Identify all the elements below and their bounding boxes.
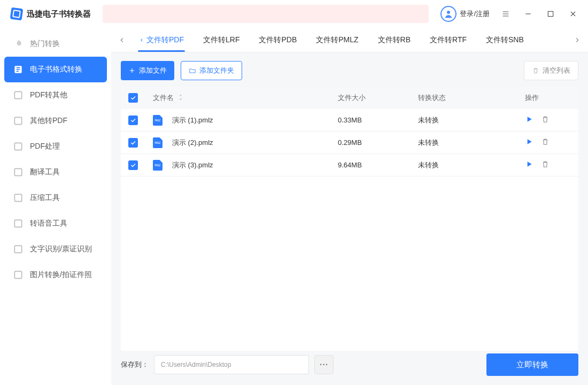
tab-to-rtf[interactable]: 文件转RTF [420,28,476,52]
tab-label: 文件转RTF [430,35,467,45]
sidebar-item-to-pdf[interactable]: 其他转PDF [0,108,111,134]
avatar-icon[interactable] [440,6,457,22]
svg-rect-10 [14,271,21,278]
select-all-checkbox[interactable] [128,93,138,103]
chevron-left-icon [139,36,144,44]
file-name: 演示 (3).pmlz [172,160,213,170]
file-icon: PMLZ [153,160,163,171]
sidebar-item-compress[interactable]: 压缩工具 [0,185,111,211]
file-icon: PMLZ [153,137,163,148]
column-header-status: 转换状态 [418,93,525,103]
sidebar-item-translate[interactable]: 翻译工具 [0,159,111,185]
sidebar-item-hot[interactable]: 热门转换 [0,31,111,57]
tab-to-rb[interactable]: 文件转RB [368,28,420,52]
sidebar-item-label: PDF处理 [30,142,60,151]
button-label: 添加文件 [139,66,167,75]
login-link[interactable]: 登录/注册 [460,9,490,19]
add-folder-button[interactable]: 添加文件夹 [181,61,242,80]
app-logo [10,7,24,21]
sidebar-item-pdf-process[interactable]: PDF处理 [0,134,111,159]
sidebar-item-label: 转语音工具 [30,219,67,228]
sidebar-item-label: 其他转PDF [30,116,67,126]
table-row: PMLZ演示 (2).pmlz 0.29MB 未转换 [121,132,578,154]
tab-to-snb[interactable]: 文件转SNB [476,28,533,52]
tabs-scroll-left[interactable] [114,33,129,48]
button-label: 清空列表 [543,66,570,75]
sidebar-item-label: 压缩工具 [30,193,60,203]
delete-row-button[interactable] [541,137,550,148]
save-to-label: 保存到： [121,360,149,369]
sidebar-item-tts[interactable]: 转语音工具 [0,211,111,236]
pdf-tools-icon [13,141,24,152]
sidebar-item-label: 文字识别/票证识别 [30,244,92,254]
tab-label: 文件转LRF [203,35,239,45]
sidebar: 热门转换 电子书格式转换 PDF转其他 其他转PDF PDF处理 翻译工具 压缩… [0,28,111,385]
table-row: PMLZ演示 (3).pmlz 9.64MB 未转换 [121,154,578,176]
app-title: 迅捷电子书转换器 [27,9,91,19]
column-header-name[interactable]: 文件名 [153,93,174,103]
close-icon[interactable] [563,4,583,24]
browse-path-button[interactable]: ··· [314,355,334,374]
file-name: 演示 (2).pmlz [172,138,213,148]
sort-icon[interactable] [178,94,183,102]
row-checkbox[interactable] [128,138,138,148]
tab-to-pdb[interactable]: 文件转PDB [249,28,306,52]
menu-icon[interactable] [496,4,515,24]
row-checkbox[interactable] [128,160,138,170]
pdf-in-icon [13,116,24,126]
image-icon [13,270,24,280]
plus-icon [128,67,136,74]
file-status: 未转换 [418,116,525,125]
svg-rect-4 [14,117,21,124]
convert-row-button[interactable] [525,115,533,125]
file-name: 演示 (1).pmlz [172,116,213,125]
file-icon: PMLZ [153,115,163,126]
tab-label: 文件转SNB [486,35,524,45]
sidebar-item-ebook-convert[interactable]: 电子书格式转换 [4,57,107,82]
add-file-button[interactable]: 添加文件 [121,61,174,80]
svg-rect-8 [14,220,21,227]
save-path-input[interactable]: C:\Users\Admin\Desktop [154,355,309,374]
sidebar-item-image-convert[interactable]: 图片转换/拍证件照 [0,262,111,288]
delete-row-button[interactable] [541,115,550,125]
translate-icon [13,167,24,178]
audio-icon [13,218,24,229]
sidebar-item-label: 图片转换/拍证件照 [30,270,92,280]
tab-label: 文件转PDB [259,35,297,45]
row-checkbox[interactable] [128,116,138,125]
tab-to-lrf[interactable]: 文件转LRF [194,28,249,52]
maximize-icon[interactable] [541,4,560,24]
convert-row-button[interactable] [525,137,533,148]
tab-label: 文件转RB [378,35,411,45]
svg-rect-7 [14,194,21,201]
compress-icon [13,192,24,203]
svg-rect-5 [14,143,21,150]
banner-area [103,5,429,23]
file-table: 文件名 文件大小 转换状态 操作 PMLZ演示 (1).pmlz 0.33MB … [121,87,578,351]
delete-row-button[interactable] [541,160,550,170]
sidebar-item-label: 电子书格式转换 [30,65,82,74]
tab-label: 文件转PDF [146,35,184,45]
convert-row-button[interactable] [525,160,533,170]
svg-rect-3 [14,91,21,98]
convert-all-button[interactable]: 立即转换 [486,353,578,376]
tabs-scroll-right[interactable] [570,33,585,48]
ocr-icon [13,244,24,255]
table-row: PMLZ演示 (1).pmlz 0.33MB 未转换 [121,109,578,132]
tab-to-pdf[interactable]: 文件转PDF [129,28,194,52]
svg-point-0 [447,11,450,14]
ebook-icon [13,64,24,75]
file-status: 未转换 [418,138,525,148]
tab-to-pmlz[interactable]: 文件转PMLZ [306,28,368,52]
fire-icon [13,38,24,49]
file-size: 9.64MB [338,161,418,169]
tab-label: 文件转PMLZ [316,35,358,45]
clear-list-button[interactable]: 清空列表 [524,61,578,80]
svg-rect-1 [548,11,553,16]
pdf-out-icon [13,90,24,101]
minimize-icon[interactable] [519,4,538,24]
file-size: 0.29MB [338,138,418,147]
sidebar-item-ocr[interactable]: 文字识别/票证识别 [0,236,111,262]
sidebar-item-pdf-to[interactable]: PDF转其他 [0,82,111,108]
sidebar-item-label: PDF转其他 [30,90,67,100]
